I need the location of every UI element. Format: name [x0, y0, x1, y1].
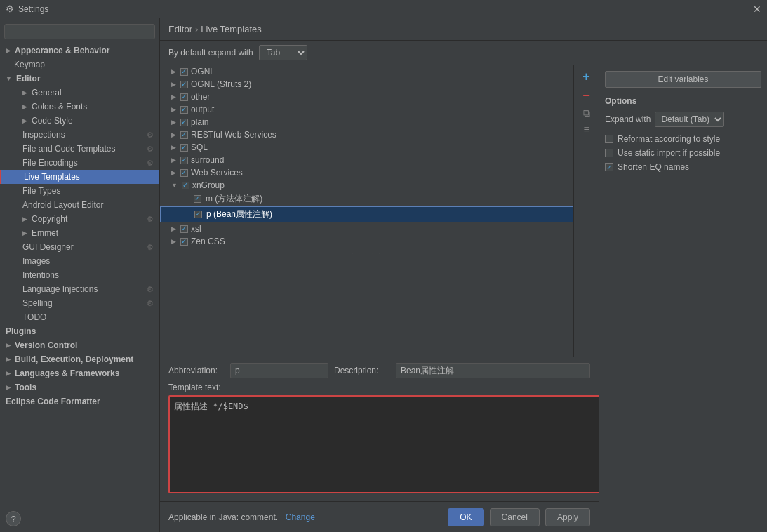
arrow-icon: ▶ [22, 230, 27, 237]
group-zen-css[interactable]: ▶ Zen CSS [160, 235, 573, 248]
sidebar-item-plugins[interactable]: Plugins [0, 324, 159, 338]
sidebar-item-langs-frameworks[interactable]: ▶ Languages & Frameworks [0, 366, 159, 380]
group-webservices[interactable]: ▶ Web Services [160, 166, 573, 179]
sidebar-item-gui-designer[interactable]: GUI Designer ⚙ [0, 240, 159, 254]
description-input[interactable] [396, 363, 590, 378]
sidebar-item-intentions[interactable]: Intentions [0, 268, 159, 282]
checkbox-sql[interactable] [180, 144, 188, 152]
ok-button[interactable]: OK [448, 508, 483, 526]
sidebar-item-live-templates[interactable]: Live Templates [0, 170, 159, 184]
group-ognl-struts[interactable]: ▶ OGNL (Struts 2) [160, 78, 573, 91]
checkbox-restful[interactable] [180, 131, 188, 139]
inspect-icon: ⚙ [147, 131, 154, 140]
arrow-icon: ▶ [6, 370, 11, 377]
sidebar-item-build-exec[interactable]: ▶ Build, Execution, Deployment [0, 352, 159, 366]
arrow-icon: ▶ [22, 89, 27, 96]
sidebar-item-todo[interactable]: TODO [0, 310, 159, 324]
group-xsl[interactable]: ▶ xsl [160, 222, 573, 235]
sidebar-item-android-layout[interactable]: Android Layout Editor [0, 198, 159, 212]
arrow-icon: ▶ [6, 47, 11, 54]
reformat-checkbox[interactable]: ✓ [605, 135, 613, 143]
sidebar-item-version-control[interactable]: ▶ Version Control [0, 338, 159, 352]
arrow-icon: ▶ [171, 131, 176, 138]
remove-button[interactable]: − [580, 87, 593, 105]
right-panel: Edit variables Options Expand with Defau… [599, 65, 767, 532]
static-import-option: ✓ Use static import if possible [605, 148, 761, 158]
cancel-button[interactable]: Cancel [490, 508, 540, 526]
title-bar-title: ⚙ Settings [6, 4, 48, 14]
sidebar-item-colors-fonts[interactable]: ▶ Colors & Fonts [0, 100, 159, 114]
settings-button[interactable]: ≡ [580, 122, 592, 136]
sidebar-item-tools[interactable]: ▶ Tools [0, 380, 159, 394]
expand-with-label: Expand with [605, 114, 651, 124]
arrow-icon: ▶ [171, 238, 176, 245]
checkbox-output[interactable] [180, 106, 188, 114]
checkbox-plain[interactable] [180, 119, 188, 126]
template-item-p-bean[interactable]: p (Bean属性注解) [160, 206, 573, 222]
checkbox-zen-css[interactable] [180, 238, 188, 246]
sidebar-item-general[interactable]: ▶ General [0, 86, 159, 100]
checkbox-p-bean[interactable] [194, 211, 202, 218]
bottom-bar: Applicable in Java: comment. Change OK C… [160, 501, 599, 532]
checkbox-ognl[interactable] [180, 68, 188, 76]
sidebar-item-eclipse-formatter[interactable]: Eclipse Code Formatter [0, 394, 159, 408]
sidebar-item-copyright[interactable]: ▶ Copyright ⚙ [0, 212, 159, 226]
edit-variables-button[interactable]: Edit variables [605, 71, 761, 88]
abbreviation-input[interactable] [230, 363, 328, 378]
sidebar-item-emmet[interactable]: ▶ Emmet [0, 226, 159, 240]
checkbox-ognl-struts[interactable] [180, 81, 188, 88]
help-button[interactable]: ? [6, 511, 21, 526]
gui-icon: ⚙ [147, 243, 154, 252]
reformat-option: ✓ Reformat according to style [605, 134, 761, 144]
checkbox-other[interactable] [180, 93, 188, 101]
add-button[interactable]: + [580, 68, 593, 86]
sidebar-item-images[interactable]: Images [0, 254, 159, 268]
group-sql[interactable]: ▶ SQL [160, 141, 573, 154]
sidebar-item-file-encodings[interactable]: File Encodings ⚙ [0, 156, 159, 170]
group-other[interactable]: ▶ other [160, 91, 573, 103]
static-import-checkbox[interactable]: ✓ [605, 149, 613, 157]
sidebar-item-editor[interactable]: ▼ Editor [0, 72, 159, 86]
sidebar-item-code-style[interactable]: ▶ Code Style [0, 114, 159, 128]
arrow-icon: ▶ [171, 106, 176, 113]
apply-button[interactable]: Apply [545, 508, 590, 526]
checkbox-xngroup[interactable] [182, 182, 189, 189]
content-toolbar: By default expand with Tab Enter Space [160, 41, 767, 65]
group-ognl[interactable]: ▶ OGNL [160, 65, 573, 78]
copy-button[interactable]: ⧉ [580, 106, 593, 121]
editor-area: Abbreviation: Description: Template text… [160, 357, 599, 501]
sidebar-item-inspections[interactable]: Inspections ⚙ [0, 128, 159, 142]
static-import-label: Use static import if possible [618, 148, 720, 158]
abbreviation-label: Abbreviation: [168, 366, 225, 375]
sidebar-item-appearance[interactable]: ▶ Appearance & Behavior [0, 44, 159, 58]
content-area: Editor › Live Templates By default expan… [160, 18, 767, 532]
checkbox-m-bean[interactable] [194, 195, 201, 203]
group-output[interactable]: ▶ output [160, 103, 573, 116]
dialog-buttons: OK Cancel Apply [448, 508, 590, 526]
sidebar-item-spelling[interactable]: Spelling ⚙ [0, 296, 159, 310]
group-xngroup[interactable]: ▼ xnGroup [160, 179, 573, 192]
applicable-text: Applicable in Java: comment. [168, 512, 278, 522]
change-link[interactable]: Change [286, 512, 315, 522]
checkbox-xsl[interactable] [180, 225, 188, 233]
arrow-icon: ▶ [22, 103, 27, 110]
sidebar-item-keymap[interactable]: Keymap [0, 58, 159, 72]
template-text-section: Template text: [168, 383, 590, 496]
expand-with-select[interactable]: Default (Tab) Tab Enter Space [655, 112, 724, 127]
template-text-input[interactable] [168, 395, 599, 493]
group-surround[interactable]: ▶ surround [160, 154, 573, 166]
expand-select[interactable]: Tab Enter Space [259, 45, 307, 60]
shorten-eq-checkbox[interactable]: ✓ [605, 163, 613, 171]
group-restful[interactable]: ▶ RESTful Web Services [160, 128, 573, 141]
checkbox-webservices[interactable] [180, 169, 188, 177]
search-input[interactable] [4, 24, 155, 39]
sidebar-item-lang-injections[interactable]: Language Injections ⚙ [0, 282, 159, 296]
checkbox-surround[interactable] [180, 157, 188, 164]
breadcrumb-parent: Editor [168, 24, 192, 34]
template-item-m-bean[interactable]: m (方法体注解) [160, 192, 573, 206]
sidebar-item-file-types[interactable]: File Types [0, 184, 159, 198]
group-plain[interactable]: ▶ plain [160, 116, 573, 128]
close-button[interactable]: ✕ [753, 4, 761, 15]
sidebar-item-file-code-templates[interactable]: File and Code Templates ⚙ [0, 142, 159, 156]
inject-icon: ⚙ [147, 285, 154, 294]
